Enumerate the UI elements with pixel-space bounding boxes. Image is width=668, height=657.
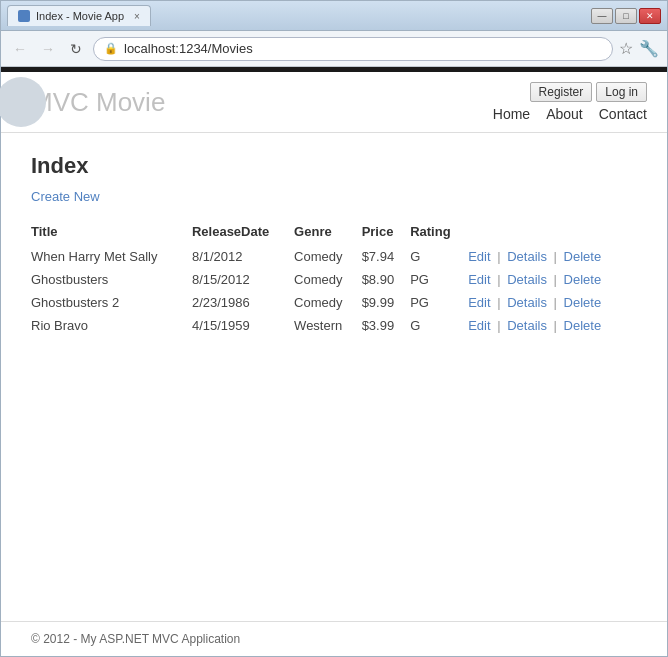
table-row: When Harry Met Sally 8/1/2012 Comedy $7.… [31,245,637,268]
refresh-button[interactable]: ↻ [65,38,87,60]
sep1: | [494,318,501,333]
cell-rating: G [410,314,468,337]
cell-title: Ghostbusters 2 [31,291,192,314]
edit-link[interactable]: Edit [468,249,490,264]
cell-price: $3.99 [362,314,411,337]
app-header: MVC Movie Register Log in Home About Con… [1,72,667,133]
cell-title: Ghostbusters [31,268,192,291]
tab-title: Index - Movie App [36,10,124,22]
page-title: Index [31,153,637,179]
details-link[interactable]: Details [507,318,547,333]
bookmark-icon[interactable]: ☆ [619,39,633,58]
col-title: Title [31,220,192,245]
tab-close-button[interactable]: × [134,11,140,22]
cell-actions: Edit | Details | Delete [468,268,637,291]
cell-price: $7.94 [362,245,411,268]
sep1: | [494,272,501,287]
app-title: MVC Movie [31,87,165,118]
url-text: localhost:1234/Movies [124,41,602,56]
delete-link[interactable]: Delete [564,249,602,264]
url-bar[interactable]: 🔒 localhost:1234/Movies [93,37,613,61]
window-controls: — □ ✕ [591,8,661,24]
cell-actions: Edit | Details | Delete [468,314,637,337]
details-link[interactable]: Details [507,249,547,264]
cell-rating: G [410,245,468,268]
header-decoration [0,77,46,127]
cell-title: When Harry Met Sally [31,245,192,268]
col-rating: Rating [410,220,468,245]
cell-rating: PG [410,268,468,291]
cell-genre: Western [294,314,362,337]
cell-genre: Comedy [294,245,362,268]
cell-release: 4/15/1959 [192,314,294,337]
sep2: | [550,318,557,333]
sep2: | [550,249,557,264]
browser-tab[interactable]: Index - Movie App × [7,5,151,26]
edit-link[interactable]: Edit [468,272,490,287]
cell-genre: Comedy [294,291,362,314]
col-genre: Genre [294,220,362,245]
minimize-button[interactable]: — [591,8,613,24]
cell-release: 2/23/1986 [192,291,294,314]
movies-table: Title ReleaseDate Genre Price Rating Whe… [31,220,637,337]
cell-price: $9.99 [362,291,411,314]
footer: © 2012 - My ASP.NET MVC Application [1,621,667,656]
browser-window: Index - Movie App × — □ ✕ ← → ↻ 🔒 localh… [0,0,668,657]
main-content: Index Create New Title ReleaseDate Genre… [1,133,667,621]
footer-text: © 2012 - My ASP.NET MVC Application [31,632,240,646]
register-button[interactable]: Register [530,82,593,102]
cell-rating: PG [410,291,468,314]
sep2: | [550,272,557,287]
nav-home[interactable]: Home [493,106,530,122]
auth-buttons: Register Log in [530,82,647,102]
cell-release: 8/1/2012 [192,245,294,268]
col-price: Price [362,220,411,245]
sep1: | [494,249,501,264]
table-header-row: Title ReleaseDate Genre Price Rating [31,220,637,245]
cell-actions: Edit | Details | Delete [468,245,637,268]
details-link[interactable]: Details [507,295,547,310]
edit-link[interactable]: Edit [468,318,490,333]
details-link[interactable]: Details [507,272,547,287]
forward-button[interactable]: → [37,38,59,60]
table-row: Rio Bravo 4/15/1959 Western $3.99 G Edit… [31,314,637,337]
cell-actions: Edit | Details | Delete [468,291,637,314]
maximize-button[interactable]: □ [615,8,637,24]
nav-about[interactable]: About [546,106,583,122]
table-row: Ghostbusters 2 2/23/1986 Comedy $9.99 PG… [31,291,637,314]
cell-release: 8/15/2012 [192,268,294,291]
settings-icon[interactable]: 🔧 [639,39,659,58]
create-new-link[interactable]: Create New [31,189,100,204]
nav-links: Home About Contact [493,106,647,122]
close-button[interactable]: ✕ [639,8,661,24]
back-button[interactable]: ← [9,38,31,60]
nav-contact[interactable]: Contact [599,106,647,122]
delete-link[interactable]: Delete [564,272,602,287]
branding: MVC Movie [21,87,165,118]
col-actions [468,220,637,245]
addressbar: ← → ↻ 🔒 localhost:1234/Movies ☆ 🔧 [1,31,667,67]
lock-icon: 🔒 [104,42,118,55]
sep1: | [494,295,501,310]
sep2: | [550,295,557,310]
titlebar: Index - Movie App × — □ ✕ [1,1,667,31]
login-button[interactable]: Log in [596,82,647,102]
edit-link[interactable]: Edit [468,295,490,310]
delete-link[interactable]: Delete [564,295,602,310]
header-right: Register Log in Home About Contact [493,82,647,122]
tab-favicon [18,10,30,22]
table-row: Ghostbusters 8/15/2012 Comedy $8.90 PG E… [31,268,637,291]
col-releasedate: ReleaseDate [192,220,294,245]
cell-title: Rio Bravo [31,314,192,337]
cell-genre: Comedy [294,268,362,291]
cell-price: $8.90 [362,268,411,291]
delete-link[interactable]: Delete [564,318,602,333]
